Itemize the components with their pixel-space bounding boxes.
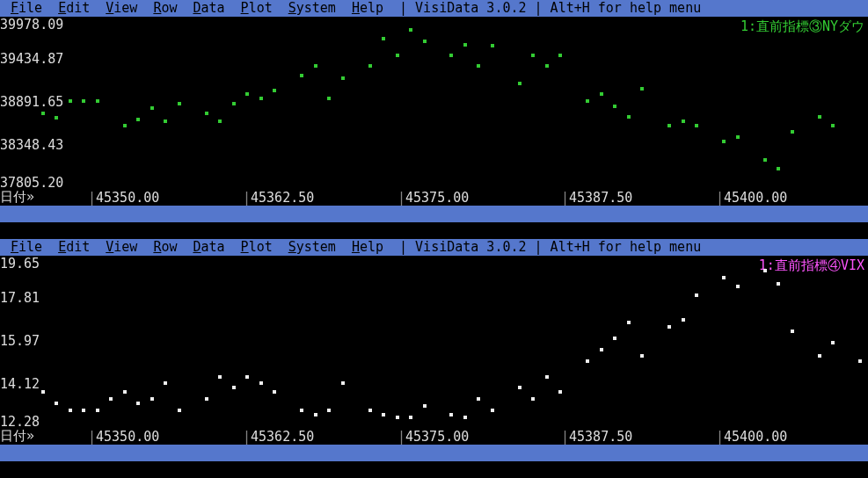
x-axis-label: 日付» xyxy=(0,189,34,206)
data-point xyxy=(150,397,154,401)
data-point xyxy=(178,409,181,412)
y-tick: 38891.65 xyxy=(0,94,63,110)
plot-area-vix[interactable]: 1:直前指標④VIX 19.65 17.81 15.97 14.12 12.28… xyxy=(0,256,868,445)
menu-plot[interactable]: Plot xyxy=(241,239,273,255)
data-point xyxy=(41,112,45,115)
data-point xyxy=(245,375,249,379)
x-tick: |45362.50 xyxy=(243,429,314,445)
data-point xyxy=(341,76,345,80)
menu-data[interactable]: Data xyxy=(193,0,224,16)
data-point xyxy=(531,397,535,401)
data-point xyxy=(627,321,631,324)
data-point xyxy=(96,99,99,103)
menu-help[interactable]: Help xyxy=(352,239,383,255)
pane-nydow: FileEditViewRowDataPlotSystemHelp| VisiD… xyxy=(0,0,868,222)
x-tick: |45375.00 xyxy=(398,429,469,445)
data-point xyxy=(763,269,767,272)
menu-system[interactable]: System xyxy=(288,0,336,16)
data-point xyxy=(205,112,208,115)
data-point xyxy=(55,402,58,405)
data-point xyxy=(218,120,222,123)
data-point xyxy=(327,97,331,100)
data-point xyxy=(245,92,249,96)
data-point xyxy=(545,64,549,68)
menu-view[interactable]: View xyxy=(106,0,137,16)
data-point xyxy=(314,64,317,68)
data-point xyxy=(109,397,113,401)
data-point xyxy=(382,413,385,416)
data-point xyxy=(409,416,412,419)
x-axis: 日付» |45350.00 |45362.50 |45375.00 |45387… xyxy=(0,427,868,445)
data-point xyxy=(136,118,140,121)
legend-vix: 1:直前指標④VIX xyxy=(759,257,864,274)
data-point xyxy=(518,82,522,85)
y-tick: 39978.09 xyxy=(0,17,63,33)
data-point xyxy=(586,99,589,103)
data-point xyxy=(69,99,72,103)
data-point xyxy=(300,74,303,77)
data-point xyxy=(627,115,631,119)
data-point xyxy=(232,386,236,389)
menu-file[interactable]: File xyxy=(11,239,42,255)
data-point xyxy=(96,409,99,412)
data-point xyxy=(463,43,467,47)
menu-help[interactable]: Help xyxy=(352,0,383,16)
menu-system[interactable]: System xyxy=(288,239,336,255)
data-point xyxy=(600,92,603,96)
statusbar-bottom: 2› sample_graph| x resize-x-input 104 pl… xyxy=(0,445,868,461)
data-point xyxy=(382,37,385,40)
menubar-info: | VisiData 3.0.2 | Alt+H for help menu xyxy=(399,0,701,16)
x-tick: |45400.00 xyxy=(716,429,787,445)
data-point xyxy=(858,359,862,363)
data-point xyxy=(667,325,671,329)
data-point xyxy=(777,282,780,286)
data-point xyxy=(69,409,72,412)
pane-vix: FileEditViewRowDataPlotSystemHelp| VisiD… xyxy=(0,239,868,461)
data-point xyxy=(736,285,740,288)
data-point xyxy=(123,124,127,127)
status-sheet-name[interactable]: 4› sample_graph| xyxy=(0,222,128,239)
menu-edit[interactable]: Edit xyxy=(58,239,90,255)
data-point xyxy=(818,354,821,358)
menu-file[interactable]: File xyxy=(11,0,42,16)
data-point xyxy=(164,120,167,123)
x-tick: |45387.50 xyxy=(561,190,632,206)
menu-row[interactable]: Row xyxy=(153,0,177,16)
x-tick: |45375.00 xyxy=(398,190,469,206)
data-point xyxy=(136,402,140,405)
x-tick: |45387.50 xyxy=(561,429,632,445)
data-point xyxy=(477,397,480,401)
y-tick: 38348.43 xyxy=(0,137,63,153)
data-point xyxy=(41,390,45,394)
data-point xyxy=(368,64,372,68)
x-tick: |45362.50 xyxy=(243,190,314,206)
menu-edit[interactable]: Edit xyxy=(58,0,90,16)
data-point xyxy=(667,124,671,127)
y-tick: 14.12 xyxy=(0,376,40,392)
legend-nydow: 1:直前指標③NYダウ xyxy=(740,18,864,35)
data-point xyxy=(791,130,794,134)
data-point xyxy=(341,381,345,385)
data-point xyxy=(396,54,399,57)
data-point xyxy=(178,102,181,105)
data-point xyxy=(449,54,453,57)
data-point xyxy=(259,381,263,385)
data-point xyxy=(232,102,236,105)
data-point xyxy=(600,348,603,351)
x-tick: |45350.00 xyxy=(88,190,159,206)
data-point xyxy=(831,341,835,344)
menu-view[interactable]: View xyxy=(106,239,137,255)
status-sheet-name[interactable]: 2› sample_graph| xyxy=(0,461,128,478)
data-point xyxy=(613,337,616,340)
menu-data[interactable]: Data xyxy=(193,239,224,255)
plot-area-nydow[interactable]: 1:直前指標③NYダウ 39978.09 39434.87 38891.65 3… xyxy=(0,17,868,206)
menu-row[interactable]: Row xyxy=(153,239,177,255)
data-point xyxy=(531,54,535,57)
x-tick: |45350.00 xyxy=(88,429,159,445)
menu-plot[interactable]: Plot xyxy=(241,0,273,16)
data-point xyxy=(396,416,399,419)
y-tick: 15.97 xyxy=(0,333,40,349)
data-point xyxy=(763,158,767,162)
data-point xyxy=(55,116,58,120)
data-point xyxy=(558,54,562,57)
